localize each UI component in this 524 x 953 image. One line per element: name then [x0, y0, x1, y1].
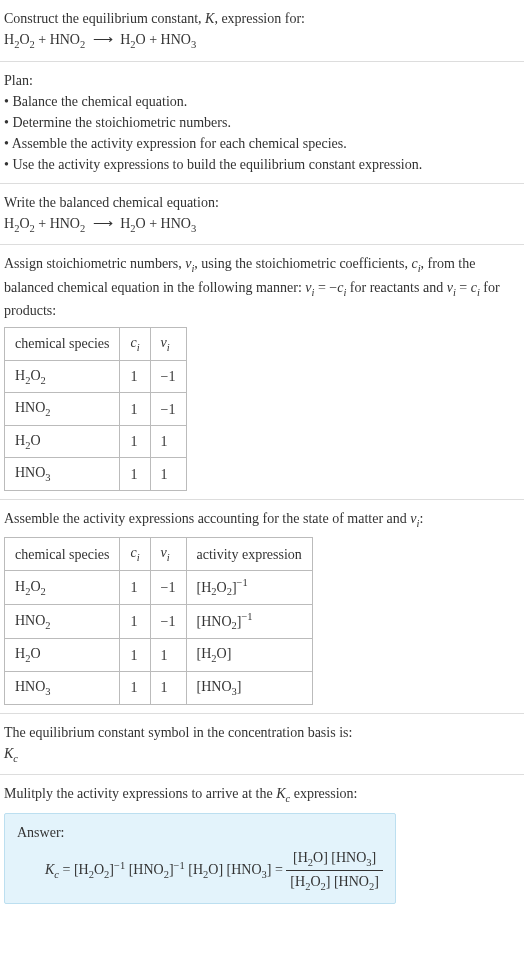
cell-ci: 1 — [120, 571, 150, 605]
cell-vi: 1 — [150, 458, 186, 491]
cell-activity: [H2O] — [186, 639, 312, 672]
symbol-section: The equilibrium constant symbol in the c… — [0, 714, 524, 776]
cell-ci: 1 — [120, 605, 150, 639]
plan-bullet-1: • Balance the chemical equation. — [4, 91, 520, 112]
answer-box: Answer: Kc = [H2O2]−1 [HNO2]−1 [H2O] [HN… — [4, 813, 396, 904]
fraction: [H2O] [HNO3] [H2O2] [HNO2] — [286, 847, 382, 895]
balanced-equation: H2O2 + HNO2 ⟶ H2O + HNO3 — [4, 213, 520, 237]
cell-species: HNO3 — [5, 671, 120, 704]
assemble-section: Assemble the activity expressions accoun… — [0, 500, 524, 714]
cell-ci: 1 — [120, 639, 150, 672]
cell-ci: 1 — [120, 360, 150, 393]
col-ci: ci — [120, 538, 150, 571]
plan-bullet-3: • Assemble the activity expression for e… — [4, 133, 520, 154]
multiply-title: Mulitply the activity expressions to arr… — [4, 783, 520, 807]
table-row: H2O 1 1 — [5, 425, 187, 458]
cell-ci: 1 — [120, 425, 150, 458]
col-ci: ci — [120, 328, 150, 361]
table-row: HNO3 1 1 — [5, 458, 187, 491]
plan-bullet-2: • Determine the stoichiometric numbers. — [4, 112, 520, 133]
table-header-row: chemical species ci νi — [5, 328, 187, 361]
plan-section: Plan: • Balance the chemical equation. •… — [0, 62, 524, 184]
cell-activity: [HNO3] — [186, 671, 312, 704]
cell-species: HNO3 — [5, 458, 120, 491]
kc-expression: Kc = [H2O2]−1 [HNO2]−1 [H2O] [HNO3] = [H… — [17, 847, 383, 895]
col-vi: νi — [150, 328, 186, 361]
plan-bullet-4: • Use the activity expressions to build … — [4, 154, 520, 175]
col-species: chemical species — [5, 538, 120, 571]
table-row: H2O2 1 −1 — [5, 360, 187, 393]
col-species: chemical species — [5, 328, 120, 361]
cell-species: HNO2 — [5, 605, 120, 639]
balanced-section: Write the balanced chemical equation: H2… — [0, 184, 524, 246]
table-row: H2O 1 1 [H2O] — [5, 639, 313, 672]
cell-activity: [HNO2]−1 — [186, 605, 312, 639]
balanced-title: Write the balanced chemical equation: — [4, 192, 520, 213]
intro-line1: Construct the equilibrium constant, K, e… — [4, 8, 520, 29]
cell-species: HNO2 — [5, 393, 120, 426]
cell-vi: −1 — [150, 571, 186, 605]
cell-species: H2O2 — [5, 360, 120, 393]
table-row: HNO3 1 1 [HNO3] — [5, 671, 313, 704]
arrow-icon: ⟶ — [93, 213, 113, 234]
table-row: HNO2 1 −1 [HNO2]−1 — [5, 605, 313, 639]
plan-title: Plan: — [4, 70, 520, 91]
cell-activity: [H2O2]−1 — [186, 571, 312, 605]
table-row: HNO2 1 −1 — [5, 393, 187, 426]
fraction-numerator: [H2O] [HNO3] — [286, 847, 382, 872]
col-vi: νi — [150, 538, 186, 571]
fraction-denominator: [H2O2] [HNO2] — [286, 871, 382, 895]
cell-ci: 1 — [120, 671, 150, 704]
cell-species: H2O — [5, 639, 120, 672]
cell-ci: 1 — [120, 458, 150, 491]
assign-text: Assign stoichiometric numbers, νi, using… — [4, 253, 520, 321]
answer-label: Answer: — [17, 822, 383, 843]
activity-table: chemical species ci νi activity expressi… — [4, 537, 313, 704]
assign-section: Assign stoichiometric numbers, νi, using… — [0, 245, 524, 500]
assemble-title: Assemble the activity expressions accoun… — [4, 508, 520, 532]
cell-vi: 1 — [150, 671, 186, 704]
answer-section: Mulitply the activity expressions to arr… — [0, 775, 524, 912]
cell-vi: 1 — [150, 639, 186, 672]
table-header-row: chemical species ci νi activity expressi… — [5, 538, 313, 571]
intro-equation: H2O2 + HNO2 ⟶ H2O + HNO3 — [4, 29, 520, 53]
table-row: H2O2 1 −1 [H2O2]−1 — [5, 571, 313, 605]
cell-vi: −1 — [150, 360, 186, 393]
col-activity: activity expression — [186, 538, 312, 571]
symbol-line1: The equilibrium constant symbol in the c… — [4, 722, 520, 743]
symbol-kc: Kc — [4, 743, 520, 767]
cell-vi: 1 — [150, 425, 186, 458]
cell-species: H2O — [5, 425, 120, 458]
cell-vi: −1 — [150, 393, 186, 426]
cell-species: H2O2 — [5, 571, 120, 605]
stoich-table: chemical species ci νi H2O2 1 −1 HNO2 1 … — [4, 327, 187, 491]
intro-section: Construct the equilibrium constant, K, e… — [0, 0, 524, 62]
cell-vi: −1 — [150, 605, 186, 639]
cell-ci: 1 — [120, 393, 150, 426]
arrow-icon: ⟶ — [93, 29, 113, 50]
